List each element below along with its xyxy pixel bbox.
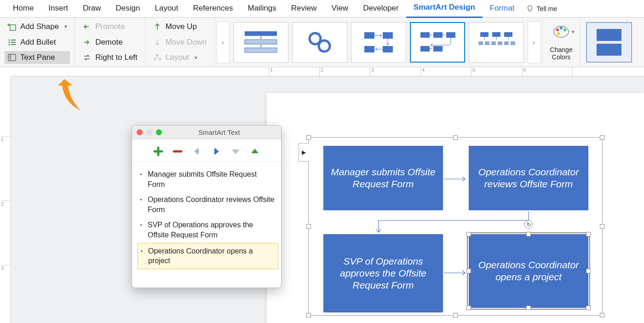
move-down-button[interactable]: Move Down (150, 36, 210, 49)
list-item[interactable]: ▪Operations Coordinator reviews Offsite … (138, 192, 278, 217)
move-down-icon (153, 38, 162, 47)
svg-rect-14 (245, 31, 277, 36)
ruler-tick: 2 (1, 201, 12, 207)
promote-button[interactable]: Promote (80, 20, 140, 33)
svg-rect-34 (498, 41, 502, 45)
window-titlebar[interactable]: SmartArt Text (132, 126, 281, 139)
list-item[interactable]: ▪Operations Coordinator opens a project (138, 243, 278, 269)
svg-rect-4 (11, 42, 16, 43)
connector-arrow-icon (443, 174, 469, 184)
text-pane-button[interactable]: Text Pane (5, 51, 70, 64)
svg-rect-0 (10, 25, 16, 30)
remove-icon[interactable] (172, 146, 183, 157)
ruler-horizontal[interactable]: 1 2 3 4 5 6 (11, 67, 644, 76)
ruler-tick: 3 (1, 265, 12, 271)
zoom-icon[interactable] (156, 129, 162, 135)
demote-button[interactable]: Demote (80, 36, 140, 49)
tab-format[interactable]: Format (483, 0, 522, 17)
add-bullet-button[interactable]: Add Bullet (5, 36, 70, 49)
tab-home[interactable]: Home (6, 0, 41, 17)
bullet-icon: ▪ (140, 222, 145, 240)
add-bullet-label: Add Bullet (20, 38, 56, 47)
svg-rect-33 (491, 41, 496, 45)
move-up-label: Move Up (166, 22, 197, 31)
svg-rect-29 (492, 32, 500, 37)
shape-handle[interactable] (586, 269, 591, 273)
layout-label: Layout (166, 53, 189, 62)
ribbon-content: Add Shape ▾ Add Bullet Text Pane Promote… (0, 17, 644, 67)
shape-handle[interactable] (586, 306, 591, 310)
tab-references[interactable]: References (186, 0, 241, 17)
svg-rect-16 (245, 48, 277, 52)
change-colors-label: ChangeColors (550, 46, 573, 61)
tab-developer[interactable]: Developer (356, 0, 406, 17)
demote-label: Demote (95, 38, 123, 47)
list-item[interactable]: ▪SVP of Operations approves the Offsite … (138, 217, 278, 242)
list-item[interactable]: ▪Manager submits Offsite Request Form (138, 167, 278, 192)
svg-rect-13 (159, 58, 161, 60)
smartart-shape-3[interactable]: SVP of Operations approves the Offsite R… (323, 234, 443, 312)
tab-review[interactable]: Review (284, 0, 324, 17)
ruler-tick: 1 (1, 136, 12, 142)
promote-left-icon[interactable] (191, 146, 202, 157)
rtl-label: Right to Left (95, 53, 138, 62)
smartart-object[interactable]: ▶ Manager submits Offsite Request Form O… (308, 137, 603, 316)
tab-smartart-design[interactable]: SmartArt Design (406, 0, 483, 18)
text-pane-label: Text Pane (20, 53, 55, 62)
demote-icon (82, 38, 92, 47)
document-page[interactable]: ▶ Manager submits Offsite Request Form O… (267, 93, 644, 323)
add-shape-label: Add Shape (20, 22, 59, 31)
shape-handle[interactable] (526, 306, 531, 310)
add-shape-button[interactable]: Add Shape ▾ (5, 20, 70, 33)
tell-me-search[interactable]: Tell me (526, 5, 557, 13)
tab-draw[interactable]: Draw (75, 0, 109, 17)
ruler-tick: 1 (269, 67, 273, 76)
gallery-next-button[interactable]: › (528, 21, 540, 63)
shape-handle[interactable] (466, 306, 471, 310)
layouts-gallery: ‹ › (215, 17, 543, 67)
svg-point-3 (9, 41, 10, 43)
tab-mailings[interactable]: Mailings (240, 0, 283, 17)
smartart-shape-2[interactable]: Operations Coordinator reviews Offsite F… (469, 146, 588, 210)
close-icon[interactable] (137, 129, 143, 135)
palette-icon (552, 23, 570, 38)
tell-me-label: Tell me (537, 5, 557, 12)
tab-view[interactable]: View (324, 0, 356, 17)
bullet-icon: ▪ (141, 248, 145, 266)
tab-layout[interactable]: Layout (147, 0, 185, 17)
ribbon-tabs: Home Insert Draw Design Layout Reference… (0, 0, 644, 17)
svg-point-1 (9, 39, 10, 40)
svg-rect-15 (245, 40, 277, 44)
style-preview-box (597, 44, 621, 56)
list-item-text: Manager submits Offsite Request Form (145, 169, 275, 189)
text-pane-toggle[interactable]: ▶ (299, 143, 309, 162)
style-option-1[interactable] (586, 22, 632, 63)
tab-design[interactable]: Design (109, 0, 148, 17)
layout-option-1[interactable] (233, 22, 288, 63)
layout-icon (153, 53, 162, 62)
promote-icon (82, 22, 92, 31)
layout-option-4[interactable] (410, 22, 465, 63)
demote-right-icon[interactable] (211, 146, 222, 157)
move-up-icon[interactable] (249, 146, 260, 157)
move-down-icon[interactable] (230, 146, 241, 157)
ruler-vertical[interactable]: 1 2 3 (0, 76, 11, 323)
smartart-shape-1[interactable]: Manager submits Offsite Request Form (323, 146, 443, 210)
layout-dropdown[interactable]: Layout ▾ (150, 51, 210, 64)
minimize-icon[interactable] (146, 129, 152, 135)
tab-insert[interactable]: Insert (41, 0, 75, 17)
gallery-prev-button[interactable]: ‹ (217, 21, 230, 63)
text-pane-list: ▪Manager submits Offsite Request Form ▪O… (132, 162, 281, 288)
add-bullet-icon (7, 38, 17, 47)
document-canvas[interactable]: ▶ Manager submits Offsite Request Form O… (11, 76, 644, 323)
right-to-left-button[interactable]: Right to Left (80, 51, 140, 64)
move-up-button[interactable]: Move Up (150, 20, 210, 33)
add-icon[interactable] (153, 146, 164, 157)
shape-handle[interactable] (586, 232, 591, 236)
layout-option-5[interactable] (469, 22, 524, 63)
smartart-text-window[interactable]: SmartArt Text ▪Manager submits Offsite R… (132, 125, 282, 288)
change-colors-button[interactable]: ▾ ChangeColors (543, 17, 581, 67)
smartart-shape-4[interactable]: Operations Coordinator opens a project (469, 234, 588, 308)
layout-option-2[interactable] (292, 22, 347, 63)
layout-option-3[interactable] (351, 22, 406, 63)
